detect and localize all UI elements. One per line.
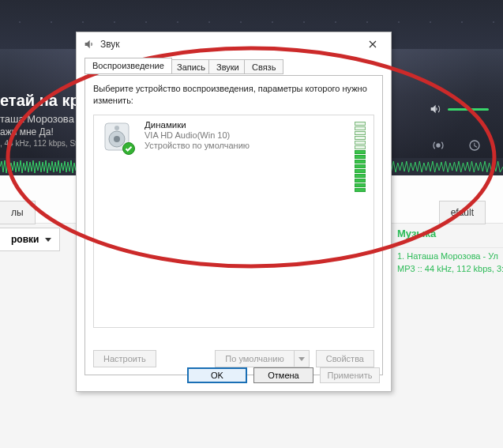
sort-button-label: ровки <box>11 234 39 245</box>
volume-icon <box>429 103 441 115</box>
set-default-caret[interactable] <box>294 350 310 367</box>
dialog-titlebar[interactable]: Звук <box>77 32 391 56</box>
player-secondary-icons <box>432 139 481 152</box>
dialog-title: Звук <box>100 39 359 50</box>
tab-panel: Выберите устройство воспроизведения, пар… <box>84 75 383 375</box>
screenshot-stage: етай на крыл... таша Морозова ажи мне Да… <box>0 0 503 448</box>
ok-button[interactable]: OK <box>187 367 247 383</box>
playlist-item-title[interactable]: 1. Наташа Морозова - Ул <box>392 248 503 261</box>
close-icon <box>369 40 377 48</box>
level-segment <box>355 179 366 183</box>
player-controls-right <box>429 103 489 115</box>
toolbar-files-button[interactable]: лы <box>0 201 36 224</box>
level-segment <box>355 169 366 173</box>
tab-communications[interactable]: Связь <box>244 59 283 74</box>
caret-down-icon <box>298 357 305 361</box>
waveform-right[interactable] <box>387 158 503 175</box>
level-segment <box>355 145 366 149</box>
configure-button[interactable]: Настроить <box>93 350 156 367</box>
device-name: Динамики <box>145 120 355 130</box>
device-driver: VIA HD Audio(Win 10) <box>145 130 355 140</box>
speaker-icon <box>83 38 96 51</box>
tab-playback[interactable]: Воспроизведение <box>84 58 172 74</box>
clock-icon[interactable] <box>468 139 481 152</box>
device-speaker-icon <box>100 120 138 155</box>
sort-group: ровки <box>0 228 60 251</box>
level-segment <box>355 126 366 130</box>
svg-point-3 <box>114 126 119 130</box>
device-list[interactable]: Динамики VIA HD Audio(Win 10) Устройство… <box>93 115 374 328</box>
cancel-button[interactable]: Отмена <box>253 367 313 383</box>
level-segment <box>355 155 366 159</box>
tab-strip: Воспроизведение Запись Звуки Связь <box>84 58 383 75</box>
panel-action-row: Настроить По умолчанию Свойства <box>93 350 374 367</box>
toolbar-default-button[interactable]: efault <box>439 201 486 224</box>
tab-sounds[interactable]: Звуки <box>208 59 247 74</box>
level-segment <box>355 183 366 187</box>
level-meter <box>355 122 366 192</box>
playlist-panel: Музыка 1. Наташа Морозова - Ул MP3 :: 44… <box>392 223 503 273</box>
caret-down-icon <box>45 238 51 242</box>
level-segment <box>355 150 366 154</box>
level-segment <box>355 164 366 168</box>
level-segment <box>355 160 366 164</box>
sound-dialog: Звук Воспроизведение Запись Звуки Связь … <box>76 32 392 392</box>
level-segment <box>355 174 366 178</box>
panel-instruction: Выберите устройство воспроизведения, пар… <box>93 83 374 107</box>
waveform-left[interactable] <box>0 158 79 175</box>
level-segment <box>355 141 366 145</box>
toolbar-right-group: efault <box>439 201 486 224</box>
level-segment <box>355 188 366 192</box>
checkmark-badge-icon <box>122 142 135 155</box>
level-segment <box>355 136 366 140</box>
playlist-item-meta: MP3 :: 44 kHz, 112 kbps, 3: <box>392 261 503 273</box>
device-default-label: Устройство по умолчанию <box>145 141 355 150</box>
close-button[interactable] <box>359 35 386 54</box>
set-default-split-button[interactable]: По умолчанию <box>215 350 309 367</box>
volume-control[interactable] <box>429 103 489 115</box>
level-segment <box>355 131 366 135</box>
broadcast-icon[interactable] <box>432 139 445 152</box>
toolbar-left-group: лы <box>0 201 36 224</box>
svg-point-2 <box>114 136 120 142</box>
properties-button[interactable]: Свойства <box>316 350 374 367</box>
tab-recording[interactable]: Запись <box>169 59 213 74</box>
playlist-heading: Музыка <box>392 223 503 248</box>
level-segment <box>355 122 366 126</box>
device-row[interactable]: Динамики VIA HD Audio(Win 10) Устройство… <box>94 115 373 198</box>
apply-button[interactable]: Применить <box>320 367 380 383</box>
sort-button[interactable]: ровки <box>0 228 60 251</box>
dialog-button-row: OK Отмена Применить <box>187 367 380 383</box>
set-default-button[interactable]: По умолчанию <box>215 350 293 367</box>
volume-bar[interactable] <box>448 108 489 111</box>
